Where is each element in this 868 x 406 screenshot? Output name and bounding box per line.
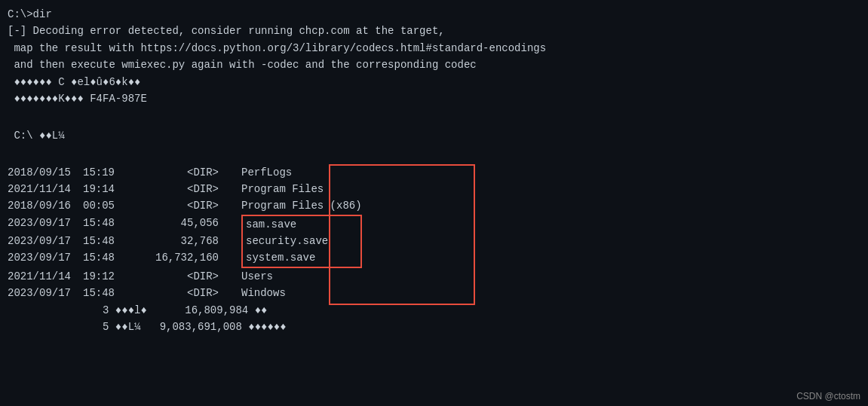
terminal-window: C:\>dir [-] Decoding error detected, con… — [0, 0, 868, 406]
dir-row-perflogs: 2018/09/15 15:19 <DIR> PerfLogs — [8, 164, 860, 181]
prompt-line: C:\>dir — [8, 6, 860, 23]
dir-row-windows: 2023/09/17 15:48 <DIR> Windows — [8, 285, 860, 301]
garbled-line-2: ♦♦♦♦♦♦♦K♦♦♦ F4FA-987E — [8, 90, 860, 107]
system-save-name: system.save — [241, 249, 362, 267]
summary-line-2: 5 ♦♦L¼ 9,083,691,008 ♦♦♦♦♦♦ — [8, 319, 860, 335]
directory-listing: 2018/09/15 15:19 <DIR> PerfLogs 2021/11/… — [8, 164, 860, 302]
security-save-name: security.save — [241, 233, 362, 249]
type-perflogs: <DIR> — [136, 164, 226, 181]
sam-save-name: sam.save — [241, 215, 362, 233]
dir-row-security-save: 2023/09/17 15:48 32,768 security.save — [8, 233, 860, 249]
dir-row-programfiles-x86: 2018/09/16 00:05 <DIR> Program Files (x8… — [8, 197, 860, 214]
garbled-line-1: ♦♦♦♦♦♦ C ♦el♦û♦6♦k♦♦ — [8, 74, 860, 90]
drive-prompt: C:\ ♦♦L¼ — [8, 127, 860, 144]
error-line-2: map the result with https://docs.python.… — [8, 40, 860, 56]
watermark: CSDN @ctostm — [796, 391, 860, 401]
name-perflogs: PerfLogs — [241, 164, 292, 181]
dir-row-programfiles: 2021/11/14 19:14 <DIR> Program Files — [8, 181, 860, 197]
dir-row-system-save: 2023/09/17 15:48 16,732,160 system.save — [8, 249, 860, 267]
dir-row-sam-save: 2023/09/17 15:48 45,056 sam.save — [8, 215, 860, 233]
dir-row-users: 2021/11/14 19:12 <DIR> Users — [8, 268, 860, 285]
error-line-1: [-] Decoding error detected, consider ru… — [8, 23, 860, 39]
summary-line-1: 3 ♦♦♦l♦ 16,809,984 ♦♦ — [8, 302, 860, 319]
blank-line — [8, 107, 860, 124]
date-perflogs: 2018/09/15 — [8, 164, 75, 181]
time-perflogs: 15:19 — [83, 164, 128, 181]
blank-line-2 — [8, 144, 860, 160]
error-line-3: and then execute wmiexec.py again with -… — [8, 56, 860, 73]
